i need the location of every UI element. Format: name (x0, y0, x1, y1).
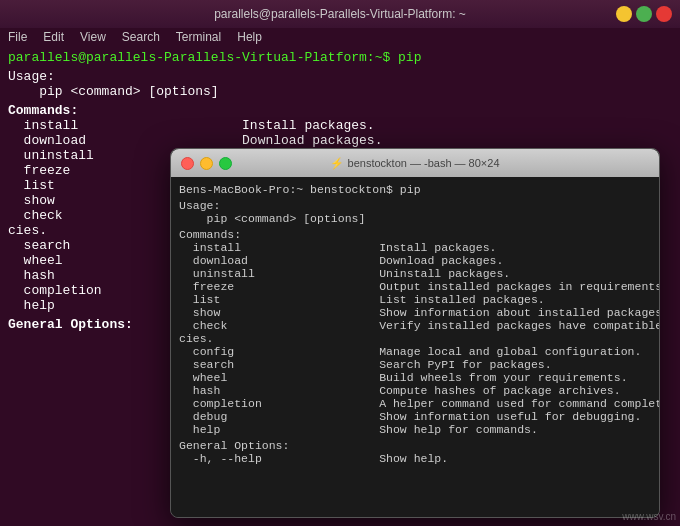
ubuntu-window-buttons (616, 6, 672, 22)
ubuntu-usage-label: Usage: (8, 69, 672, 84)
ubuntu-title: parallels@parallels-Parallels-Virtual-Pl… (214, 7, 466, 21)
ubuntu-menubar: File Edit View Search Terminal Help (0, 28, 680, 46)
ubuntu-cmd-install: install Install packages. (8, 118, 672, 133)
mac-cies: cies. (179, 332, 651, 345)
ubuntu-terminal: parallels@parallels-Parallels-Virtual-Pl… (0, 0, 680, 526)
mac-general-label: General Options: (179, 439, 651, 452)
menu-search[interactable]: Search (122, 30, 160, 44)
mac-usage-label: Usage: (179, 199, 651, 212)
mac-titlebar: ⚡ benstockton — -bash — 80×24 (171, 149, 659, 177)
mac-maximize-button[interactable] (219, 157, 232, 170)
ubuntu-minimize-button[interactable] (616, 6, 632, 22)
mac-usage-cmd: pip <command> [options] (179, 212, 651, 225)
mac-cmd-hash: hash Compute hashes of package archives. (179, 384, 651, 397)
mac-prompt: Bens-MacBook-Pro:~ benstockton$ pip (179, 183, 651, 196)
mac-commands-label: Commands: (179, 228, 651, 241)
mac-cmd-check: check Verify installed packages have com… (179, 319, 651, 332)
mac-cmd-download: download Download packages. (179, 254, 651, 267)
mac-cmd-list: list List installed packages. (179, 293, 651, 306)
ubuntu-titlebar: parallels@parallels-Parallels-Virtual-Pl… (0, 0, 680, 28)
menu-terminal[interactable]: Terminal (176, 30, 221, 44)
mac-title: ⚡ benstockton — -bash — 80×24 (330, 157, 499, 170)
mac-cmd-install: install Install packages. (179, 241, 651, 254)
mac-minimize-button[interactable] (200, 157, 213, 170)
mac-cmd-freeze: freeze Output installed packages in requ… (179, 280, 651, 293)
menu-view[interactable]: View (80, 30, 106, 44)
mac-cmd-uninstall: uninstall Uninstall packages. (179, 267, 651, 280)
menu-edit[interactable]: Edit (43, 30, 64, 44)
ubuntu-usage-cmd: pip <command> [options] (8, 84, 672, 99)
mac-window-buttons (181, 157, 232, 170)
mac-cmd-help: help Show help for commands. (179, 423, 651, 436)
watermark: www.wsv.cn (622, 511, 676, 522)
mac-cmd-config: config Manage local and global configura… (179, 345, 651, 358)
mac-cmd-search: search Search PyPI for packages. (179, 358, 651, 371)
mac-cmd-wheel: wheel Build wheels from your requirement… (179, 371, 651, 384)
menu-help[interactable]: Help (237, 30, 262, 44)
mac-content[interactable]: Bens-MacBook-Pro:~ benstockton$ pip Usag… (171, 177, 659, 517)
mac-cmd-show: show Show information about installed pa… (179, 306, 651, 319)
ubuntu-maximize-button[interactable] (636, 6, 652, 22)
mac-terminal: ⚡ benstockton — -bash — 80×24 Bens-MacBo… (170, 148, 660, 518)
mac-cmd-debug: debug Show information useful for debugg… (179, 410, 651, 423)
mac-opt-help: -h, --help Show help. (179, 452, 651, 465)
ubuntu-commands-label: Commands: (8, 103, 672, 118)
mac-cmd-completion: completion A helper command used for com… (179, 397, 651, 410)
ubuntu-cmd-download: download Download packages. (8, 133, 672, 148)
ubuntu-prompt: parallels@parallels-Parallels-Virtual-Pl… (8, 50, 672, 65)
ubuntu-close-button[interactable] (656, 6, 672, 22)
mac-close-button[interactable] (181, 157, 194, 170)
menu-file[interactable]: File (8, 30, 27, 44)
